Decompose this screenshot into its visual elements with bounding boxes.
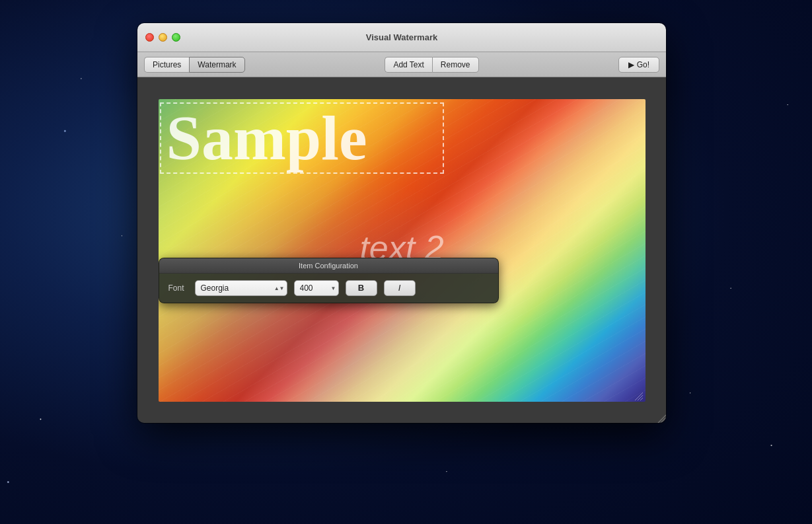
watermark-text-1: Sample	[161, 106, 373, 170]
svg-line-1	[638, 395, 643, 400]
content-area: Sample text 2 Item Configuration Font Ge…	[137, 77, 666, 423]
maximize-button[interactable]	[172, 33, 180, 42]
traffic-lights	[145, 33, 180, 42]
minimize-button[interactable]	[159, 33, 167, 42]
font-select[interactable]: Georgia Arial Helvetica Times New Roman …	[195, 280, 287, 296]
title-bar: Visual Watermark	[137, 23, 666, 52]
watermark-text-selected-box[interactable]: Sample	[160, 102, 444, 174]
item-config-title: Item Configuration	[159, 258, 498, 274]
size-select-wrapper: 400 100 200 300 500 ▼	[294, 280, 339, 296]
app-window: Visual Watermark Pictures Watermark Add …	[137, 23, 666, 423]
add-text-remove-group: Add Text Remove	[385, 57, 478, 73]
add-text-button[interactable]: Add Text	[385, 57, 431, 73]
font-select-wrapper: Georgia Arial Helvetica Times New Roman …	[195, 280, 287, 296]
bold-button[interactable]: B	[346, 280, 377, 296]
item-config-panel: Item Configuration Font Georgia Arial He…	[159, 258, 499, 303]
window-title: Visual Watermark	[366, 32, 437, 42]
item-config-body: Font Georgia Arial Helvetica Times New R…	[159, 274, 498, 303]
pictures-watermark-group: Pictures Watermark	[144, 57, 245, 73]
resize-handle[interactable]	[635, 391, 643, 399]
svg-line-4	[661, 418, 666, 423]
close-button[interactable]	[145, 33, 154, 42]
pictures-button[interactable]: Pictures	[144, 57, 189, 73]
size-select[interactable]: 400 100 200 300 500	[294, 280, 339, 296]
svg-line-5	[663, 420, 666, 423]
go-button[interactable]: ▶ Go!	[618, 57, 659, 73]
toolbar: Pictures Watermark Add Text Remove ▶ Go!	[137, 52, 666, 77]
preview-canvas[interactable]: Sample text 2 Item Configuration Font Ge…	[159, 99, 646, 402]
font-label: Font	[168, 283, 188, 293]
watermark-button[interactable]: Watermark	[189, 57, 244, 73]
remove-button[interactable]: Remove	[432, 57, 479, 73]
italic-button[interactable]: I	[384, 280, 416, 296]
window-resize-grip[interactable]	[657, 414, 666, 423]
svg-line-2	[640, 398, 643, 400]
